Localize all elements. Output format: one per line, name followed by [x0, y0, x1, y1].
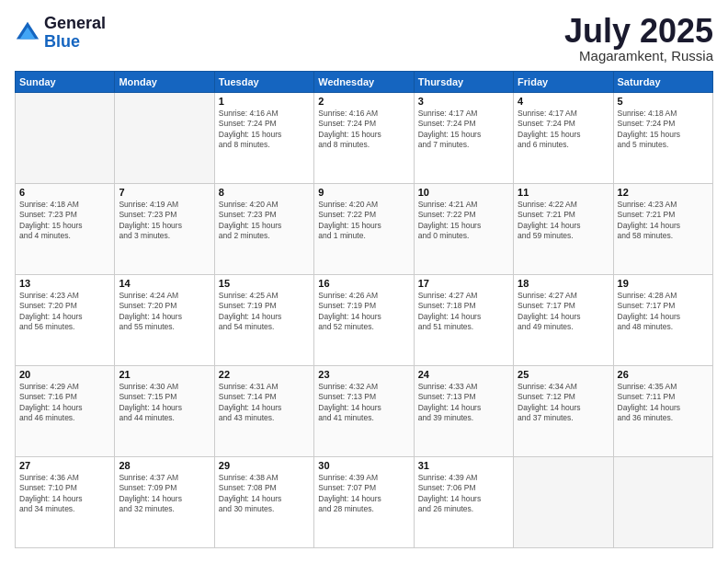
day-number: 19: [618, 278, 709, 289]
day-number: 21: [119, 369, 210, 380]
calendar-cell: 3Sunrise: 4:17 AM Sunset: 7:24 PM Daylig…: [414, 93, 513, 184]
day-number: 4: [518, 96, 609, 107]
day-number: 29: [219, 460, 310, 471]
day-number: 31: [418, 460, 509, 471]
day-number: 30: [318, 460, 409, 471]
day-info: Sunrise: 4:29 AM Sunset: 7:16 PM Dayligh…: [19, 382, 110, 424]
logo-blue-text: Blue: [44, 32, 80, 51]
calendar-cell: 29Sunrise: 4:38 AM Sunset: 7:08 PM Dayli…: [214, 457, 313, 548]
calendar-cell: [613, 457, 712, 548]
day-number: 6: [19, 187, 110, 198]
calendar-cell: 11Sunrise: 4:22 AM Sunset: 7:21 PM Dayli…: [514, 184, 613, 275]
day-number: 7: [119, 187, 210, 198]
day-info: Sunrise: 4:37 AM Sunset: 7:09 PM Dayligh…: [119, 473, 210, 515]
month-title: July 2025: [564, 15, 713, 48]
day-number: 23: [318, 369, 409, 380]
calendar-cell: 10Sunrise: 4:21 AM Sunset: 7:22 PM Dayli…: [414, 184, 513, 275]
calendar-cell: 16Sunrise: 4:26 AM Sunset: 7:19 PM Dayli…: [314, 275, 414, 366]
calendar-cell: 6Sunrise: 4:18 AM Sunset: 7:23 PM Daylig…: [16, 184, 115, 275]
calendar-cell: 13Sunrise: 4:23 AM Sunset: 7:20 PM Dayli…: [16, 275, 115, 366]
day-info: Sunrise: 4:21 AM Sunset: 7:22 PM Dayligh…: [418, 200, 509, 242]
day-info: Sunrise: 4:35 AM Sunset: 7:11 PM Dayligh…: [618, 382, 709, 424]
day-info: Sunrise: 4:22 AM Sunset: 7:21 PM Dayligh…: [518, 200, 609, 242]
day-number: 28: [119, 460, 210, 471]
day-number: 3: [418, 96, 509, 107]
day-info: Sunrise: 4:27 AM Sunset: 7:17 PM Dayligh…: [518, 291, 609, 333]
calendar-cell: 17Sunrise: 4:27 AM Sunset: 7:18 PM Dayli…: [414, 275, 513, 366]
calendar-cell: 27Sunrise: 4:36 AM Sunset: 7:10 PM Dayli…: [16, 457, 115, 548]
calendar-cell: 4Sunrise: 4:17 AM Sunset: 7:24 PM Daylig…: [514, 93, 613, 184]
calendar-cell: 18Sunrise: 4:27 AM Sunset: 7:17 PM Dayli…: [514, 275, 613, 366]
day-info: Sunrise: 4:19 AM Sunset: 7:23 PM Dayligh…: [119, 200, 210, 242]
weekday-header-monday: Monday: [115, 72, 214, 93]
calendar-cell: 8Sunrise: 4:20 AM Sunset: 7:23 PM Daylig…: [214, 184, 313, 275]
day-number: 14: [119, 278, 210, 289]
calendar-cell: [514, 457, 613, 548]
day-number: 15: [219, 278, 310, 289]
day-info: Sunrise: 4:24 AM Sunset: 7:20 PM Dayligh…: [119, 291, 210, 333]
day-number: 11: [518, 187, 609, 198]
weekday-header-thursday: Thursday: [414, 72, 513, 93]
day-number: 27: [19, 460, 110, 471]
calendar-cell: 28Sunrise: 4:37 AM Sunset: 7:09 PM Dayli…: [115, 457, 214, 548]
calendar-cell: [115, 93, 214, 184]
day-info: Sunrise: 4:39 AM Sunset: 7:06 PM Dayligh…: [418, 473, 509, 515]
day-number: 1: [219, 96, 310, 107]
day-info: Sunrise: 4:20 AM Sunset: 7:23 PM Dayligh…: [219, 200, 310, 242]
calendar-cell: 24Sunrise: 4:33 AM Sunset: 7:13 PM Dayli…: [414, 366, 513, 457]
day-number: 24: [418, 369, 509, 380]
calendar-cell: 5Sunrise: 4:18 AM Sunset: 7:24 PM Daylig…: [613, 93, 712, 184]
calendar: SundayMondayTuesdayWednesdayThursdayFrid…: [15, 71, 713, 548]
day-info: Sunrise: 4:25 AM Sunset: 7:19 PM Dayligh…: [219, 291, 310, 333]
day-info: Sunrise: 4:31 AM Sunset: 7:14 PM Dayligh…: [219, 382, 310, 424]
day-info: Sunrise: 4:39 AM Sunset: 7:07 PM Dayligh…: [318, 473, 409, 515]
logo-general-text: General: [44, 14, 106, 32]
calendar-cell: 31Sunrise: 4:39 AM Sunset: 7:06 PM Dayli…: [414, 457, 513, 548]
day-info: Sunrise: 4:16 AM Sunset: 7:24 PM Dayligh…: [318, 109, 409, 151]
calendar-cell: 23Sunrise: 4:32 AM Sunset: 7:13 PM Dayli…: [314, 366, 414, 457]
day-number: 10: [418, 187, 509, 198]
calendar-cell: 22Sunrise: 4:31 AM Sunset: 7:14 PM Dayli…: [214, 366, 313, 457]
logo: General Blue: [15, 15, 106, 52]
day-info: Sunrise: 4:17 AM Sunset: 7:24 PM Dayligh…: [418, 109, 509, 151]
logo-icon: [15, 20, 40, 46]
calendar-cell: 21Sunrise: 4:30 AM Sunset: 7:15 PM Dayli…: [115, 366, 214, 457]
day-info: Sunrise: 4:16 AM Sunset: 7:24 PM Dayligh…: [219, 109, 310, 151]
day-info: Sunrise: 4:18 AM Sunset: 7:23 PM Dayligh…: [19, 200, 110, 242]
calendar-cell: 25Sunrise: 4:34 AM Sunset: 7:12 PM Dayli…: [514, 366, 613, 457]
calendar-cell: 1Sunrise: 4:16 AM Sunset: 7:24 PM Daylig…: [214, 93, 313, 184]
calendar-cell: 26Sunrise: 4:35 AM Sunset: 7:11 PM Dayli…: [613, 366, 712, 457]
day-info: Sunrise: 4:23 AM Sunset: 7:21 PM Dayligh…: [618, 200, 709, 242]
calendar-cell: 30Sunrise: 4:39 AM Sunset: 7:07 PM Dayli…: [314, 457, 414, 548]
title-block: July 2025 Magaramkent, Russia: [564, 15, 713, 63]
location: Magaramkent, Russia: [564, 48, 713, 63]
day-number: 25: [518, 369, 609, 380]
calendar-cell: 2Sunrise: 4:16 AM Sunset: 7:24 PM Daylig…: [314, 93, 414, 184]
calendar-cell: 14Sunrise: 4:24 AM Sunset: 7:20 PM Dayli…: [115, 275, 214, 366]
day-info: Sunrise: 4:33 AM Sunset: 7:13 PM Dayligh…: [418, 382, 509, 424]
weekday-header-saturday: Saturday: [613, 72, 712, 93]
day-number: 8: [219, 187, 310, 198]
calendar-cell: 7Sunrise: 4:19 AM Sunset: 7:23 PM Daylig…: [115, 184, 214, 275]
day-number: 22: [219, 369, 310, 380]
day-info: Sunrise: 4:30 AM Sunset: 7:15 PM Dayligh…: [119, 382, 210, 424]
day-number: 12: [618, 187, 709, 198]
day-info: Sunrise: 4:18 AM Sunset: 7:24 PM Dayligh…: [618, 109, 709, 151]
day-number: 17: [418, 278, 509, 289]
day-number: 16: [318, 278, 409, 289]
weekday-header-friday: Friday: [514, 72, 613, 93]
day-info: Sunrise: 4:36 AM Sunset: 7:10 PM Dayligh…: [19, 473, 110, 515]
day-number: 20: [19, 369, 110, 380]
day-number: 9: [318, 187, 409, 198]
day-info: Sunrise: 4:34 AM Sunset: 7:12 PM Dayligh…: [518, 382, 609, 424]
calendar-cell: 20Sunrise: 4:29 AM Sunset: 7:16 PM Dayli…: [16, 366, 115, 457]
calendar-cell: 19Sunrise: 4:28 AM Sunset: 7:17 PM Dayli…: [613, 275, 712, 366]
day-info: Sunrise: 4:17 AM Sunset: 7:24 PM Dayligh…: [518, 109, 609, 151]
calendar-cell: 12Sunrise: 4:23 AM Sunset: 7:21 PM Dayli…: [613, 184, 712, 275]
day-info: Sunrise: 4:38 AM Sunset: 7:08 PM Dayligh…: [219, 473, 310, 515]
day-info: Sunrise: 4:26 AM Sunset: 7:19 PM Dayligh…: [318, 291, 409, 333]
day-number: 18: [518, 278, 609, 289]
day-info: Sunrise: 4:20 AM Sunset: 7:22 PM Dayligh…: [318, 200, 409, 242]
day-info: Sunrise: 4:27 AM Sunset: 7:18 PM Dayligh…: [418, 291, 509, 333]
weekday-header-sunday: Sunday: [16, 72, 115, 93]
